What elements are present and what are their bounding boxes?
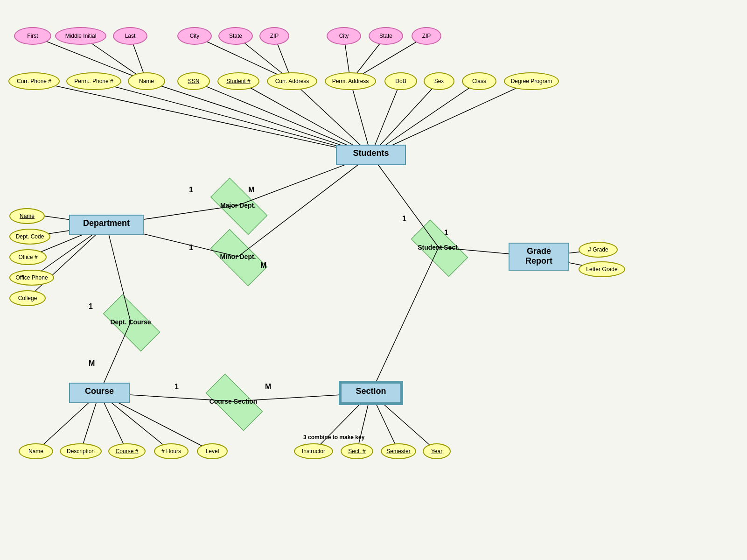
attr-office_num: Office # [9, 249, 47, 265]
entity-section: Section [341, 383, 401, 403]
attr-level: Level [197, 443, 228, 459]
attr-first: First [14, 27, 51, 45]
attr-class: Class [462, 72, 496, 90]
attr-state2: State [369, 27, 403, 45]
attr-ssn: SSN [177, 72, 210, 90]
attr-sect_num: Sect. # [341, 443, 373, 459]
card-label: 1 [89, 302, 93, 311]
rel-major_dept: Major Dept. [201, 187, 275, 224]
card-label: M [265, 383, 271, 391]
attr-college: College [9, 290, 46, 306]
card-label: 1 [444, 229, 448, 237]
attr-zip1: ZIP [259, 27, 289, 45]
attr-course_num: Course # [108, 443, 146, 459]
attr-city1: City [177, 27, 212, 45]
attr-grade_num: # Grade [579, 242, 618, 258]
attr-course_desc: Description [60, 443, 102, 459]
attr-zip2: ZIP [412, 27, 441, 45]
attr-name_attr: Name [128, 72, 165, 90]
entity-grade_report: GradeReport [509, 243, 569, 271]
attr-curr_addr: Curr. Address [267, 72, 317, 90]
attr-state1: State [218, 27, 253, 45]
entity-students: Students [336, 145, 406, 165]
attr-dept_code: Dept. Code [9, 229, 50, 245]
attr-perm_phone: Perm.. Phone # [66, 72, 121, 90]
attr-dept_name: Name [9, 208, 45, 224]
entity-department: Department [69, 215, 144, 235]
attr-instructor: Instructor [294, 443, 333, 459]
attr-student_num: Student # [217, 72, 259, 90]
rel-dept_course: Dept. Course [93, 303, 168, 341]
attr-degree_prog: Degree Program [504, 72, 559, 90]
card-label: 1 [189, 244, 193, 252]
attr-letter_grade: Letter Grade [579, 261, 625, 277]
attr-last: Last [113, 27, 147, 45]
attr-mid_init: Middle Initial [55, 27, 106, 45]
card-label: 1 [402, 215, 406, 223]
rel-student_sect: Student Sect. [401, 229, 476, 266]
attr-course_name: Name [19, 443, 53, 459]
attr-curr_phone: Curr. Phone # [8, 72, 60, 90]
rel-course_section: Course Section [196, 383, 271, 420]
rel-minor_dept: Minor Dept. [201, 238, 275, 275]
card-label: M [248, 186, 254, 194]
entity-course: Course [69, 383, 130, 403]
card-label: M [260, 261, 266, 270]
attr-year: Year [423, 443, 451, 459]
attr-hours: # Hours [154, 443, 188, 459]
attr-perm_addr: Perm. Address [325, 72, 376, 90]
attr-semester: Semester [381, 443, 416, 459]
card-label: 1 [189, 186, 193, 194]
card-label: 1 [175, 383, 179, 391]
attr-dob: DoB [384, 72, 417, 90]
attr-sex: Sex [424, 72, 454, 90]
card-label: M [89, 359, 95, 368]
card-label: 3 combine to make key [303, 434, 364, 441]
attr-city2: City [327, 27, 361, 45]
attr-office_phone: Office Phone [9, 270, 54, 286]
